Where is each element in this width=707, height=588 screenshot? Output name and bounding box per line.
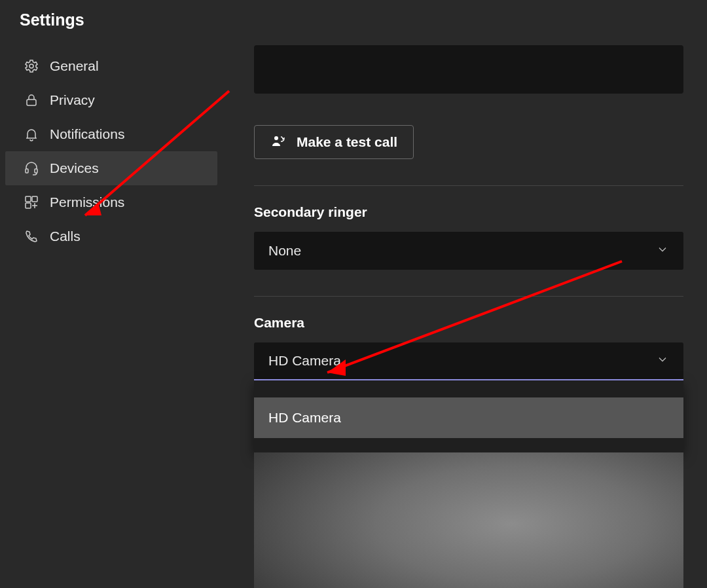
page-title: Settings [0, 0, 707, 45]
apps-icon [24, 194, 39, 210]
chevron-down-icon [656, 243, 669, 259]
svg-rect-5 [32, 196, 37, 202]
speaker-select-truncated[interactable] [254, 45, 683, 94]
section-divider [254, 185, 683, 186]
sidebar-item-devices[interactable]: Devices [5, 151, 217, 185]
person-call-icon [270, 133, 286, 152]
phone-icon [24, 229, 39, 244]
camera-label: Camera [254, 315, 683, 331]
bell-icon [24, 126, 39, 142]
secondary-ringer-label: Secondary ringer [254, 204, 683, 220]
content-panel: Make a test call Secondary ringer None C… [223, 45, 707, 588]
sidebar-item-label: Privacy [50, 92, 95, 108]
button-label: Make a test call [297, 134, 397, 150]
lock-icon [24, 92, 39, 108]
make-test-call-button[interactable]: Make a test call [254, 125, 414, 159]
camera-preview-image [254, 452, 683, 588]
sidebar-item-privacy[interactable]: Privacy [5, 83, 217, 117]
svg-rect-3 [35, 169, 37, 173]
sidebar-item-general[interactable]: General [5, 49, 217, 83]
camera-dropdown: HD Camera [254, 380, 683, 452]
sidebar-item-label: Notifications [50, 126, 124, 142]
section-divider [254, 296, 683, 297]
svg-point-7 [274, 136, 278, 140]
svg-rect-6 [26, 203, 31, 208]
select-value: None [268, 243, 301, 259]
svg-point-0 [29, 64, 33, 68]
headset-icon [24, 160, 39, 176]
sidebar-item-permissions[interactable]: Permissions [5, 185, 217, 219]
sidebar-item-label: Devices [50, 160, 99, 176]
sidebar-item-label: Calls [50, 229, 81, 244]
secondary-ringer-select[interactable]: None [254, 232, 683, 270]
sidebar-item-notifications[interactable]: Notifications [5, 117, 217, 151]
chevron-down-icon [656, 353, 669, 369]
svg-rect-4 [26, 196, 31, 202]
sidebar-item-calls[interactable]: Calls [5, 219, 217, 253]
sidebar: General Privacy Notifications Devices Pe… [0, 45, 223, 588]
camera-preview: Preview [254, 452, 683, 588]
sidebar-item-label: Permissions [50, 194, 124, 210]
svg-rect-1 [27, 100, 36, 105]
sidebar-item-label: General [50, 58, 99, 74]
option-label: HD Camera [268, 410, 341, 426]
svg-rect-2 [26, 169, 28, 173]
select-value: HD Camera [268, 353, 341, 369]
camera-select[interactable]: HD Camera [254, 342, 683, 380]
camera-option[interactable]: HD Camera [254, 397, 683, 438]
gear-icon [24, 58, 39, 74]
